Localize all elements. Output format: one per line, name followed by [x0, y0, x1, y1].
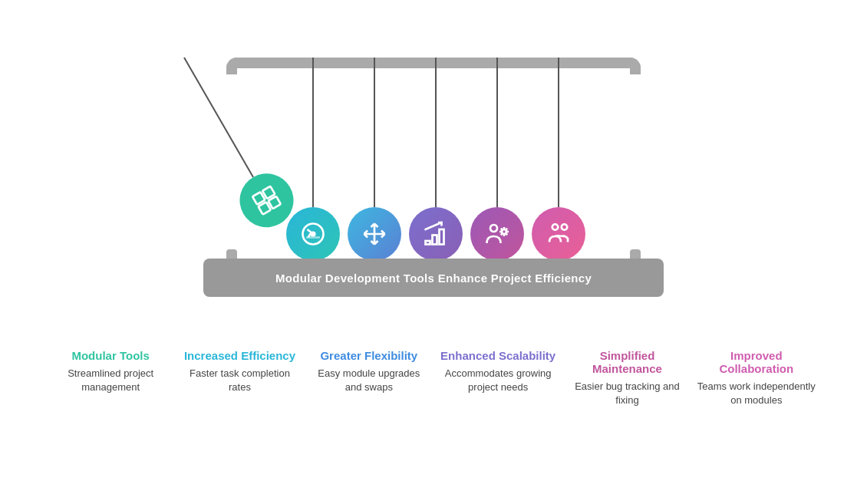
info-desc-greater-flexibility: Easy module upgrades and swaps	[309, 367, 428, 394]
info-item-improved-collaboration: Improved Collaboration Teams work indepe…	[697, 349, 816, 407]
chart-icon	[422, 220, 450, 248]
ball-4	[470, 207, 524, 261]
main-container: Modular Development Tools Enhance Projec…	[0, 0, 867, 504]
string-2	[374, 58, 375, 207]
ball-unit-5	[532, 58, 585, 261]
cradle-base-label: Modular Development Tools Enhance Projec…	[203, 259, 664, 297]
info-desc-increased-efficiency: Faster task completion rates	[180, 367, 299, 394]
move-icon	[361, 220, 388, 248]
ball-unit-2	[348, 58, 401, 261]
cradle-illustration: Modular Development Tools Enhance Projec…	[165, 15, 702, 338]
string-3	[435, 58, 437, 207]
svg-point-6	[502, 229, 506, 234]
info-title-simplified-maintenance: Simplified Maintenance	[568, 349, 687, 375]
string-1	[312, 58, 314, 207]
info-desc-modular-tools: Streamlined project management	[51, 367, 170, 394]
speedometer-icon	[299, 220, 327, 248]
info-item-greater-flexibility: Greater Flexibility Easy module upgrades…	[309, 349, 428, 394]
info-title-enhanced-scalability: Enhanced Scalability	[440, 349, 555, 362]
info-desc-improved-collaboration: Teams work independently on modules	[697, 380, 816, 407]
svg-rect-2	[426, 241, 430, 245]
info-item-increased-efficiency: Increased Efficiency Faster task complet…	[180, 349, 299, 394]
info-title-increased-efficiency: Increased Efficiency	[184, 349, 295, 362]
ball-unit-4	[470, 58, 524, 261]
info-title-modular-tools: Modular Tools	[71, 349, 149, 362]
svg-point-7	[552, 224, 559, 230]
info-item-simplified-maintenance: Simplified Maintenance Easier bug tracki…	[568, 349, 687, 407]
info-desc-simplified-maintenance: Easier bug tracking and fixing	[568, 380, 687, 407]
ball-3	[409, 207, 463, 261]
info-item-enhanced-scalability: Enhanced Scalability Accommodates growin…	[439, 349, 558, 394]
ball-2	[348, 207, 401, 261]
info-desc-enhanced-scalability: Accommodates growing project needs	[439, 367, 558, 394]
svg-point-5	[490, 225, 497, 232]
info-title-improved-collaboration: Improved Collaboration	[697, 349, 816, 375]
info-item-modular-tools: Modular Tools Streamlined project manage…	[51, 349, 170, 394]
ball-unit-3	[409, 58, 463, 261]
ball-5	[532, 207, 585, 261]
info-section: Modular Tools Streamlined project manage…	[31, 341, 836, 415]
info-title-greater-flexibility: Greater Flexibility	[320, 349, 417, 362]
svg-point-1	[312, 232, 315, 236]
svg-rect-3	[433, 236, 437, 245]
string-5	[558, 58, 559, 207]
gear-person-icon	[483, 220, 511, 248]
people-icon	[545, 220, 572, 248]
svg-point-8	[562, 224, 568, 230]
cradle-frame: Modular Development Tools Enhance Projec…	[226, 58, 641, 295]
base-title-text: Modular Development Tools Enhance Projec…	[275, 272, 592, 285]
string-4	[496, 58, 498, 207]
svg-rect-4	[440, 229, 444, 245]
ball-unit-1	[286, 58, 340, 261]
modules-icon	[248, 182, 285, 219]
